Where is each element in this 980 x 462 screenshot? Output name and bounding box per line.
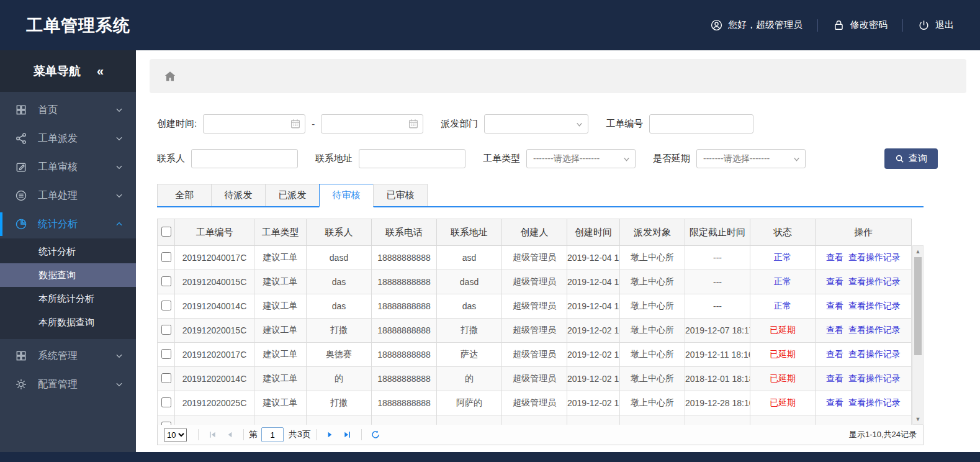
row-checkbox[interactable] — [161, 397, 171, 407]
sidebar-item-label: 工单处理 — [38, 189, 115, 202]
top-header: 工单管理系统 您好，超级管理员 修改密码 退出 — [0, 0, 980, 50]
sidebar-item-6[interactable]: 系统管理 — [0, 342, 136, 370]
logout-link[interactable]: 退出 — [918, 19, 954, 31]
sidebar-item-1[interactable]: 首页 — [0, 96, 136, 124]
user-icon — [711, 19, 722, 31]
view-link[interactable]: 查看 — [826, 397, 843, 407]
order-type-select[interactable]: -------请选择------- — [526, 149, 636, 168]
tab-已派发[interactable]: 已派发 — [265, 184, 320, 206]
scrollbar-thumb[interactable] — [914, 257, 922, 355]
column-header: 联系地址 — [437, 219, 502, 246]
search-icon — [895, 154, 904, 163]
row-checkbox[interactable] — [161, 349, 171, 359]
address-input[interactable] — [359, 149, 465, 168]
header-separator — [817, 19, 818, 32]
sidebar-collapse-icon[interactable]: « — [97, 64, 102, 78]
view-log-link[interactable]: 查看操作记录 — [848, 301, 901, 310]
table-scrollbar[interactable]: ▲ ▼ — [912, 245, 924, 425]
row-checkbox[interactable] — [161, 276, 171, 286]
view-link[interactable]: 查看 — [826, 373, 843, 383]
first-page-icon[interactable] — [207, 430, 217, 440]
row-checkbox[interactable] — [161, 325, 171, 335]
page-number-input[interactable] — [261, 427, 284, 442]
sidebar-item-label: 配置管理 — [38, 378, 115, 391]
cell-order_no: 201912040015C — [175, 270, 254, 294]
row-checkbox[interactable] — [161, 301, 171, 310]
contact-input[interactable] — [191, 149, 298, 168]
view-link[interactable]: 查看 — [826, 325, 843, 335]
view-log-link[interactable]: 查看操作记录 — [848, 325, 901, 335]
cell-type: 建议工单 — [254, 343, 307, 367]
row-checkbox[interactable] — [161, 422, 171, 425]
view-log-link[interactable]: 查看操作记录 — [848, 373, 901, 383]
last-page-icon[interactable] — [343, 430, 353, 440]
sidebar-item-5[interactable]: 统计分析 — [0, 210, 136, 238]
next-page-icon[interactable] — [325, 430, 335, 440]
submenu-item[interactable]: 本所数据查询 — [0, 310, 136, 334]
submenu-item[interactable]: 数据查询 — [0, 263, 136, 287]
tab-待派发[interactable]: 待派发 — [211, 184, 266, 206]
cell-phone — [372, 415, 437, 425]
chevron-down-icon — [115, 134, 124, 143]
column-header: 联系电话 — [372, 219, 437, 246]
sidebar-item-3[interactable]: 工单审核 — [0, 153, 136, 181]
cell-deadline: --- — [685, 246, 750, 270]
row-select-cell — [158, 319, 175, 343]
table-row: 201912040015C建议工单das18888888888dasd超级管理员… — [158, 270, 912, 294]
view-link[interactable]: 查看 — [826, 252, 843, 262]
database-icon — [15, 189, 27, 202]
calendar-icon[interactable] — [290, 118, 301, 129]
tab-已审核[interactable]: 已审核 — [373, 184, 428, 206]
order-no-input[interactable] — [649, 114, 753, 134]
actions-cell: 查看查看操作记录 — [816, 343, 912, 367]
status-badge: 正常 — [750, 270, 816, 294]
scroll-up-icon[interactable]: ▲ — [913, 246, 923, 256]
table-row: 201912040014C建议工单das18888888888das超级管理员2… — [158, 294, 912, 319]
table-viewport: 工单编号工单类型联系人联系电话联系地址创建人创建时间派发对象限定截止时间状态操作… — [157, 219, 924, 425]
calendar-icon[interactable] — [408, 118, 419, 129]
view-log-link[interactable]: 查看操作记录 — [848, 349, 901, 359]
select-all-checkbox[interactable] — [161, 227, 171, 237]
view-link[interactable]: 查看 — [826, 301, 843, 310]
delay-select[interactable]: -------请选择------- — [696, 149, 806, 168]
view-log-link[interactable]: 查看操作记录 — [848, 276, 901, 286]
cell-phone: 18888888888 — [372, 319, 437, 343]
table-row — [158, 415, 912, 425]
dispatch-dept-select[interactable] — [484, 114, 588, 134]
row-select-cell — [158, 270, 175, 294]
cell-type: 建议工单 — [254, 319, 307, 343]
scroll-down-icon[interactable]: ▼ — [913, 414, 923, 424]
actions-cell: 查看查看操作记录 — [816, 367, 912, 391]
cell-created — [567, 415, 620, 425]
search-button[interactable]: 查询 — [884, 148, 938, 169]
prev-page-icon[interactable] — [225, 430, 235, 440]
sidebar-title: 菜单导航 — [34, 63, 81, 79]
share-icon — [15, 132, 27, 145]
gear-icon — [15, 378, 27, 391]
row-checkbox[interactable] — [161, 373, 171, 383]
sidebar-item-2[interactable]: 工单派发 — [0, 124, 136, 153]
tab-待审核[interactable]: 待审核 — [319, 184, 374, 207]
view-log-link[interactable]: 查看操作记录 — [848, 397, 901, 407]
submenu-item[interactable]: 本所统计分析 — [0, 287, 136, 310]
user-greeting[interactable]: 您好，超级管理员 — [711, 19, 802, 31]
refresh-icon[interactable] — [371, 430, 380, 440]
submenu-item[interactable]: 统计分析 — [0, 240, 136, 263]
sidebar-header: 菜单导航 « — [0, 50, 136, 92]
chevron-down-icon — [115, 380, 124, 389]
cell-created: 2019-12-04 15 — [567, 246, 620, 270]
change-password-link[interactable]: 修改密码 — [833, 19, 888, 31]
view-link[interactable]: 查看 — [826, 349, 843, 359]
tab-全部[interactable]: 全部 — [157, 184, 212, 206]
view-link[interactable]: 查看 — [826, 276, 843, 286]
column-header: 工单编号 — [175, 219, 254, 246]
total-pages: 共3页 — [289, 429, 311, 440]
view-log-link[interactable]: 查看操作记录 — [848, 252, 901, 262]
row-checkbox[interactable] — [161, 252, 171, 262]
sidebar-item-4[interactable]: 工单处理 — [0, 181, 136, 210]
page-size-select[interactable]: 10 — [164, 428, 187, 442]
home-icon[interactable] — [163, 70, 177, 83]
contact-label: 联系人 — [157, 153, 185, 165]
sidebar-item-7[interactable]: 配置管理 — [0, 370, 136, 399]
cell-creator: 超级管理员 — [502, 319, 567, 343]
